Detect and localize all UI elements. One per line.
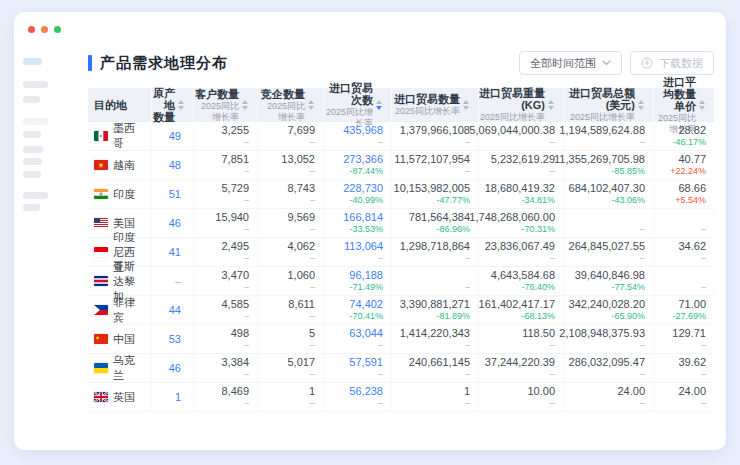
flag-us-icon xyxy=(94,218,108,228)
sort-caret-icon[interactable] xyxy=(178,100,186,110)
column-header-1[interactable]: 原产地数量 xyxy=(152,88,194,122)
metric-cell[interactable]: 166,814 -33.53% xyxy=(324,209,392,237)
metric-cell[interactable]: 63,044 – xyxy=(324,325,392,353)
sort-caret-icon[interactable] xyxy=(308,100,316,110)
metric-cell[interactable]: 56,238 – xyxy=(324,383,392,411)
sidebar-skeleton-bar-active xyxy=(23,58,42,65)
table-row: 中国53 498 – 5 – 63,044 – 1,414,220,343 – … xyxy=(88,325,714,354)
metric-cell: 3,255 – xyxy=(194,122,258,150)
country-name: 美国 xyxy=(113,216,135,231)
metric-cell: 68.66 +5.54% xyxy=(654,180,714,208)
metric-cell[interactable]: 228,730 -40.99% xyxy=(324,180,392,208)
metric-cell: 161,402,417.17 -68.13% xyxy=(479,296,564,324)
metric-cell[interactable]: 273,366 -87.44% xyxy=(324,151,392,179)
metric-cell: 781,564,384 -86.96% xyxy=(392,209,479,237)
country-name: 墨西哥 xyxy=(113,121,143,151)
page-title: 产品需求地理分布 xyxy=(100,54,228,73)
destination-cell: 乌克兰 xyxy=(88,354,152,382)
metric-cell: 1,748,268,060.00 -70.31% xyxy=(479,209,564,237)
table-row: 印度51 5,729 – 8,743 – 228,730 -40.99% 10,… xyxy=(88,180,714,209)
title-accent-bar xyxy=(88,55,92,71)
column-header-6[interactable]: 进口贸易重量(KG)2025同比增长率 xyxy=(479,88,564,122)
table-row: 乌克兰46 3,384 – 5,017 – 57,591 – 240,661,1… xyxy=(88,354,714,383)
metric-cell: 118.50 – xyxy=(479,325,564,353)
origin-count-cell[interactable]: 1 xyxy=(152,383,194,411)
metric-cell: 5,729 – xyxy=(194,180,258,208)
metric-cell: 9,569 – xyxy=(258,209,324,237)
flag-vn-icon xyxy=(94,160,108,170)
table-row: 菲律宾44 4,585 – 8,611 – 74,402 -70.41% 3,3… xyxy=(88,296,714,325)
sidebar xyxy=(14,42,56,450)
flag-ua-icon xyxy=(94,363,108,373)
metric-cell: 498 – xyxy=(194,325,258,353)
table-row: 越南48 7,851 – 13,052 – 273,366 -87.44% 11… xyxy=(88,151,714,180)
sidebar-skeleton-bar xyxy=(23,131,41,138)
origin-count-cell[interactable]: 44 xyxy=(152,296,194,324)
metric-cell: 37,244,220.39 – xyxy=(479,354,564,382)
sort-caret-icon[interactable] xyxy=(548,100,556,110)
flag-id-icon xyxy=(94,247,108,257)
metric-cell[interactable]: 96,188 -71.49% xyxy=(324,267,392,295)
metric-cell: 3,390,881,271 -81.89% xyxy=(392,296,479,324)
metric-cell[interactable]: 74,402 -70.41% xyxy=(324,296,392,324)
metric-cell: – xyxy=(654,267,714,295)
origin-count-cell[interactable]: 48 xyxy=(152,151,194,179)
origin-count-cell[interactable]: 51 xyxy=(152,180,194,208)
time-range-select[interactable]: 全部时间范围 xyxy=(519,51,622,75)
country-name: 印度 xyxy=(113,187,135,202)
metric-cell[interactable]: 113,064 – xyxy=(324,238,392,266)
sort-caret-icon[interactable] xyxy=(638,100,646,110)
flag-in-icon xyxy=(94,189,108,199)
column-header-8[interactable]: 进口平均数量单价2025同比增长率 xyxy=(654,88,714,122)
destination-cell: 哥斯达黎加 xyxy=(88,267,152,295)
metric-cell[interactable]: 57,591 – xyxy=(324,354,392,382)
window-minimize-button[interactable] xyxy=(41,26,48,33)
download-data-button[interactable]: 下载数据 xyxy=(630,51,714,75)
origin-count-cell[interactable]: 46 xyxy=(152,354,194,382)
table-row: 美国46 15,940 – 9,569 – 166,814 -33.53% 78… xyxy=(88,209,714,238)
sort-caret-icon[interactable] xyxy=(463,100,471,110)
column-header-destination: 目的地 xyxy=(88,88,152,122)
table-row: 英国1 8,469 – 1 – 56,238 – 1 – 10.00 – 24.… xyxy=(88,383,714,412)
metric-cell: 13,052 – xyxy=(258,151,324,179)
chevron-down-icon xyxy=(602,60,611,66)
flag-cr-icon xyxy=(94,276,108,286)
metric-cell: 342,240,028.20 -65.90% xyxy=(564,296,654,324)
metric-cell: 11,572,107,954 – xyxy=(392,151,479,179)
country-name: 乌克兰 xyxy=(113,353,143,383)
metric-cell: – xyxy=(654,209,714,237)
flag-gb-icon xyxy=(94,392,108,402)
geo-distribution-table: 目的地原产地数量客户数量2025同比增长率竞企数量2025同比增长率进口贸易次数… xyxy=(88,88,714,412)
destination-cell: 英国 xyxy=(88,383,152,411)
time-range-label: 全部时间范围 xyxy=(530,56,596,71)
origin-count-cell[interactable]: 46 xyxy=(152,209,194,237)
column-header-3[interactable]: 竞企数量2025同比增长率 xyxy=(258,88,324,122)
metric-cell: – xyxy=(564,209,654,237)
metric-cell: 1 – xyxy=(392,383,479,411)
metric-cell: 3,470 – xyxy=(194,267,258,295)
column-header-5[interactable]: 进口贸易数量2025同比增长率 xyxy=(392,88,479,122)
metric-cell: 10,153,982,005 -47.77% xyxy=(392,180,479,208)
column-header-7[interactable]: 进口贸易总额(美元)2025同比增长率 xyxy=(564,88,654,122)
download-icon xyxy=(641,57,653,69)
sort-caret-icon[interactable] xyxy=(376,100,384,110)
origin-count-cell[interactable]: 53 xyxy=(152,325,194,353)
country-name: 英国 xyxy=(113,390,135,405)
sidebar-skeleton-bar xyxy=(23,158,42,165)
origin-count-cell[interactable]: 41 xyxy=(152,238,194,266)
window-zoom-button[interactable] xyxy=(54,26,61,33)
origin-count-cell[interactable]: 49 xyxy=(152,122,194,150)
destination-cell: 越南 xyxy=(88,151,152,179)
metric-cell[interactable]: 435,968 – xyxy=(324,122,392,150)
metric-cell: 2,495 – xyxy=(194,238,258,266)
metric-cell: 8,743 – xyxy=(258,180,324,208)
column-header-4[interactable]: 进口贸易次数2025同比增长率 xyxy=(324,88,392,122)
sort-caret-icon[interactable] xyxy=(699,100,707,110)
flag-ph-icon xyxy=(94,305,108,315)
metric-cell: 4,585 – xyxy=(194,296,258,324)
column-header-2[interactable]: 客户数量2025同比增长率 xyxy=(194,88,258,122)
sort-caret-icon[interactable] xyxy=(242,100,250,110)
metric-cell: 11,355,269,705.98 -85.85% xyxy=(564,151,654,179)
metric-cell: 2,108,948,375.93 – xyxy=(564,325,654,353)
window-close-button[interactable] xyxy=(28,26,35,33)
